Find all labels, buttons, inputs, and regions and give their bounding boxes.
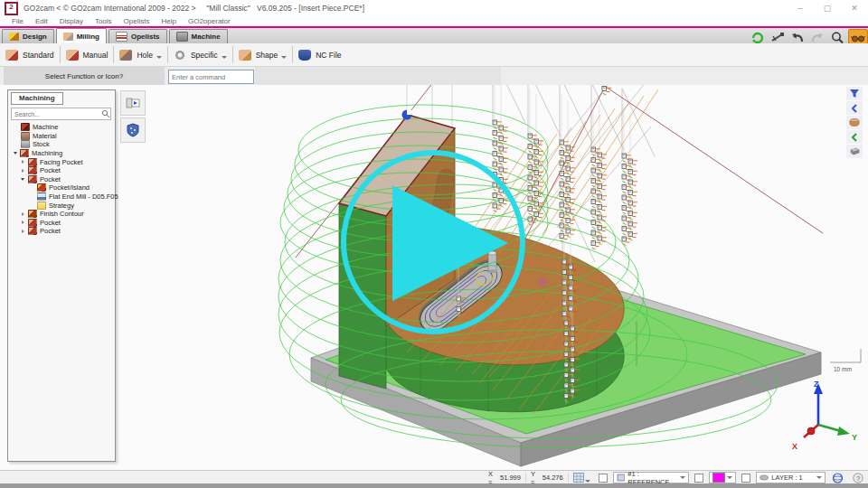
stock-icon bbox=[21, 140, 30, 148]
pocket-island-icon bbox=[37, 183, 46, 192]
tree-item-flat-end-mill[interactable]: Flat End Mill - D05.F05 bbox=[10, 192, 111, 202]
tree-search-box[interactable] bbox=[11, 108, 111, 120]
chevron-left-blue-icon bbox=[850, 104, 859, 113]
menu-opelists[interactable]: Opelists bbox=[124, 17, 150, 25]
minimize-button[interactable]: – bbox=[787, 1, 814, 15]
milling-hand-icon bbox=[63, 33, 73, 41]
chevron-down-icon bbox=[816, 476, 822, 479]
pocket-icon bbox=[28, 158, 37, 166]
ribbon-ncfile-button[interactable]: NC File bbox=[293, 45, 346, 64]
chevron-left-green-icon bbox=[850, 133, 859, 142]
tree-item-machine[interactable]: Machine bbox=[10, 123, 111, 132]
filter-button[interactable] bbox=[846, 87, 863, 100]
menu-edit[interactable]: Edit bbox=[35, 17, 48, 25]
tab-design[interactable]: Design bbox=[2, 29, 54, 43]
collapse-arrow-icon[interactable] bbox=[22, 169, 24, 173]
ribbon-shape-button[interactable]: Shape bbox=[233, 45, 293, 64]
view-cube-button[interactable] bbox=[827, 473, 848, 483]
window-title: GO2cam < © GO2cam International 2009 - 2… bbox=[24, 4, 364, 13]
pocket-icon bbox=[28, 227, 37, 235]
tree-item-pocket-1[interactable]: Pocket bbox=[10, 166, 111, 175]
plane-icon bbox=[617, 474, 626, 482]
command-combobox[interactable] bbox=[168, 70, 254, 84]
end-mill-tool-icon bbox=[37, 192, 46, 201]
tree-item-pocket-4[interactable]: Pocket bbox=[10, 227, 111, 236]
command-row-spacer bbox=[255, 67, 501, 85]
app-icon: 2 bbox=[5, 2, 18, 15]
axis-y-label: Y bbox=[852, 433, 857, 442]
ribbon-manual-button[interactable]: Manual bbox=[61, 45, 114, 64]
plane-checkbox[interactable] bbox=[599, 474, 608, 483]
maximize-button[interactable]: ▢ bbox=[814, 1, 841, 15]
collapse-blue-button[interactable] bbox=[846, 101, 863, 115]
strategy-icon bbox=[37, 202, 46, 210]
ribbon-tab-row: Design Milling Opelists Machine bbox=[0, 28, 868, 44]
tree-item-strategy[interactable]: Strategy bbox=[10, 201, 111, 210]
menu-file[interactable]: File bbox=[12, 17, 24, 25]
close-button[interactable]: ✕ bbox=[841, 1, 868, 15]
command-input[interactable] bbox=[169, 73, 262, 81]
tree-item-pocket-2[interactable]: Pocket bbox=[10, 175, 111, 184]
stock-view-button[interactable] bbox=[846, 145, 863, 158]
tree-item-material[interactable]: Material bbox=[10, 132, 111, 141]
layer-checkbox[interactable] bbox=[741, 474, 750, 483]
search-input[interactable] bbox=[12, 111, 101, 117]
tree-item-machining[interactable]: Machining bbox=[10, 149, 111, 158]
menu-help[interactable]: Help bbox=[162, 17, 176, 25]
help-button[interactable]: ? bbox=[848, 473, 868, 483]
axis-x-label: X bbox=[792, 442, 797, 451]
tree-tab-machining[interactable]: Machining bbox=[11, 92, 63, 105]
operation-play-button[interactable] bbox=[120, 90, 146, 116]
grid-toggle-button[interactable] bbox=[569, 473, 595, 483]
expand-arrow-icon[interactable] bbox=[21, 178, 24, 181]
color-checkbox[interactable] bbox=[694, 474, 703, 483]
tree-item-finish-contour[interactable]: Finish Contour bbox=[10, 210, 111, 219]
tool-shield-icon bbox=[127, 123, 139, 137]
tool-shield-button[interactable] bbox=[120, 117, 146, 143]
collapse-arrow-icon[interactable] bbox=[22, 212, 24, 216]
stock-block-icon bbox=[849, 146, 860, 156]
axis-triad: Z Y X bbox=[792, 380, 857, 451]
search-icon bbox=[101, 109, 110, 118]
tree-item-pocket-3[interactable]: Pocket bbox=[10, 219, 111, 228]
ribbon-standard-button[interactable]: Standard bbox=[0, 45, 60, 64]
layer-combobox[interactable]: LAYER : 1 bbox=[756, 472, 826, 483]
machine-icon bbox=[21, 123, 30, 131]
collapse-arrow-icon[interactable] bbox=[22, 160, 24, 164]
menu-go2operator[interactable]: GO2operator bbox=[188, 17, 231, 25]
chevron-down-icon bbox=[156, 56, 162, 59]
tab-milling[interactable]: Milling bbox=[56, 28, 107, 43]
scale-indicator: 10 mm bbox=[830, 349, 861, 372]
nc-file-shield-icon bbox=[298, 50, 311, 61]
tree-item-pocket-island[interactable]: Pocket/Island bbox=[10, 183, 111, 192]
ribbon-toolbar: Standard Manual Hole Specific Shape NC F… bbox=[0, 43, 868, 67]
cursor-y-readout: Y = 54.276 bbox=[526, 473, 569, 483]
hole-drill-icon bbox=[119, 50, 132, 61]
menu-tools[interactable]: Tools bbox=[95, 17, 112, 25]
scene-vertical-lines bbox=[407, 85, 604, 128]
chevron-down-icon bbox=[281, 56, 287, 59]
menu-bar: File Edit Display Tools Opelists Help GO… bbox=[0, 16, 868, 26]
filter-icon bbox=[849, 89, 860, 99]
color-picker[interactable] bbox=[709, 472, 736, 483]
grid-icon bbox=[573, 473, 584, 483]
tab-opelists[interactable]: Opelists bbox=[108, 29, 167, 43]
machine-icon bbox=[176, 32, 188, 42]
tab-machine[interactable]: Machine bbox=[169, 29, 228, 43]
menu-display[interactable]: Display bbox=[60, 17, 83, 25]
specific-icon bbox=[174, 50, 186, 61]
tree-item-facing-pocket[interactable]: Facing Pocket bbox=[10, 157, 111, 166]
expand-arrow-icon[interactable] bbox=[14, 152, 17, 155]
collapse-arrow-icon[interactable] bbox=[22, 221, 24, 224]
piece-view-button[interactable] bbox=[846, 116, 863, 129]
collapse-green-button[interactable] bbox=[846, 130, 863, 144]
collapse-arrow-icon[interactable] bbox=[22, 230, 24, 233]
ribbon-specific-button[interactable]: Specific bbox=[168, 45, 232, 64]
tree-item-stock[interactable]: Stock bbox=[10, 140, 111, 149]
plane-combobox[interactable]: #1 : REFERENCE bbox=[613, 472, 690, 483]
ribbon-hole-button[interactable]: Hole bbox=[114, 45, 166, 64]
chevron-down-icon bbox=[585, 480, 590, 483]
title-bar: 2 GO2cam < © GO2cam International 2009 -… bbox=[0, 0, 868, 16]
layer-icon bbox=[760, 474, 769, 482]
contour-icon bbox=[28, 210, 37, 218]
